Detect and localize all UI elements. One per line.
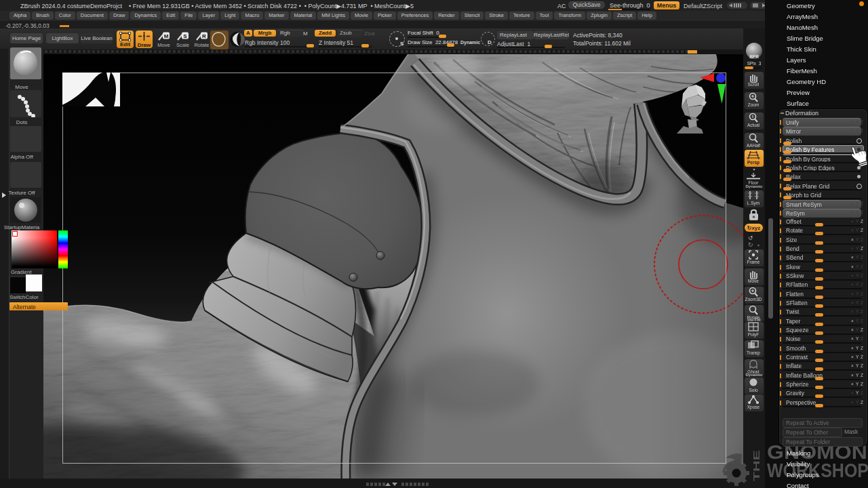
svg-text:THE: THE (751, 449, 762, 481)
svg-text:M: M (164, 33, 169, 39)
svg-text:Rotate: Rotate (194, 42, 209, 48)
svg-text:S: S (183, 33, 187, 39)
svg-text:Edit: Edit (120, 41, 130, 47)
svg-text:Scale: Scale (176, 42, 189, 48)
svg-text:R: R (202, 33, 206, 39)
svg-text:Draw: Draw (138, 42, 151, 48)
svg-text:Move: Move (157, 42, 170, 48)
